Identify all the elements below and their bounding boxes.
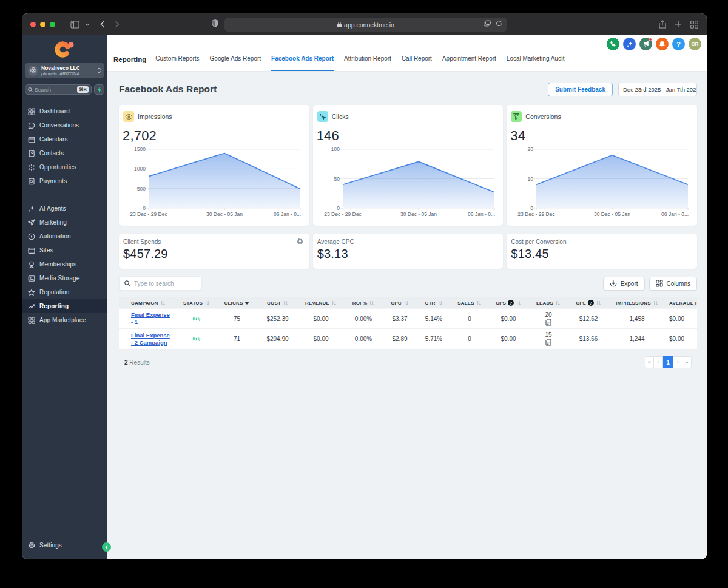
back-icon[interactable] xyxy=(100,21,105,28)
svg-text:50: 50 xyxy=(334,176,340,182)
sidebar-item-payments[interactable]: Payments xyxy=(22,174,107,188)
column-header-cpl[interactable]: CPL? xyxy=(568,297,608,308)
search-icon xyxy=(28,87,33,92)
sidebar-toggle-icon[interactable] xyxy=(70,21,79,29)
conversions-chart: 0102023 Dec - 29 Dec30 Dec - 05 Jan06 Ja… xyxy=(507,145,697,221)
gear-icon[interactable] xyxy=(297,238,303,245)
column-header-avg_revenue[interactable]: AVERAGE REVENUE xyxy=(666,297,697,308)
sidebar-item-app-marketplace[interactable]: App Marketplace xyxy=(22,313,107,327)
notifications-button[interactable] xyxy=(656,38,669,50)
column-header-clicks[interactable]: CLICKS xyxy=(217,297,257,308)
conversations-icon xyxy=(28,122,35,129)
sidebar-collapse-button[interactable] xyxy=(102,542,111,552)
share-icon[interactable] xyxy=(659,20,666,29)
column-header-campaign[interactable]: CAMPAIGN xyxy=(119,297,177,308)
location-switcher[interactable]: Novaliveco LLC phoneix, ARIZONA xyxy=(25,63,104,78)
tab-group-chevron-icon[interactable] xyxy=(85,23,90,26)
column-header-impressions[interactable]: IMPRESSIONS xyxy=(608,297,666,308)
sidebar-item-conversations[interactable]: Conversations xyxy=(22,118,107,132)
ai-sparkles-button[interactable] xyxy=(623,38,636,50)
cell-status xyxy=(177,329,217,349)
prev-page-button[interactable]: ‹ xyxy=(654,356,663,368)
column-header-sales[interactable]: SALES xyxy=(451,297,488,308)
column-header-leads[interactable]: LEADS xyxy=(528,297,568,308)
sidebar-item-reporting[interactable]: Reporting xyxy=(22,299,107,313)
sidebar-item-label: AI Agents xyxy=(39,205,66,212)
quick-actions: ?CR xyxy=(607,38,701,50)
forward-icon[interactable] xyxy=(115,21,120,28)
tab-custom-reports[interactable]: Custom Reports xyxy=(155,55,199,71)
page-copy-icon[interactable] xyxy=(484,20,491,27)
column-header-roi[interactable]: ROI % xyxy=(344,297,383,308)
user-avatar[interactable]: CR xyxy=(689,38,701,50)
dashboard-icon xyxy=(28,108,35,115)
leads-doc-icon xyxy=(545,319,551,326)
column-label: CAMPAIGN xyxy=(131,300,158,306)
column-header-cpc[interactable]: CPC xyxy=(383,297,417,308)
status-active-icon xyxy=(192,316,201,322)
sidebar-item-marketing[interactable]: Marketing xyxy=(22,215,107,229)
sidebar-item-dashboard[interactable]: Dashboard xyxy=(22,104,107,118)
next-page-button[interactable]: › xyxy=(673,356,682,368)
search-icon xyxy=(124,280,130,286)
location-switcher-caret-icon xyxy=(97,67,101,73)
column-header-cost[interactable]: COST xyxy=(257,297,298,308)
zoom-window-button[interactable] xyxy=(50,22,55,27)
column-header-revenue[interactable]: REVENUE xyxy=(298,297,344,308)
address-bar[interactable]: app.connektme.io xyxy=(224,18,507,32)
sidebar-search-input[interactable]: Search ⌘K xyxy=(25,84,92,95)
table-search-input[interactable]: Type to search xyxy=(119,276,202,291)
sidebar-item-sites[interactable]: Sites xyxy=(22,243,107,257)
page-1-button[interactable]: 1 xyxy=(663,356,673,368)
tab-call-report[interactable]: Call Report xyxy=(402,55,432,71)
announcements-button[interactable] xyxy=(639,38,652,50)
campaign-link[interactable]: Final Expense- 1 xyxy=(131,311,170,326)
first-page-button[interactable]: « xyxy=(645,356,654,368)
sidebar-item-ai-agents[interactable]: AI Agents xyxy=(22,201,107,215)
media-storage-icon xyxy=(28,275,35,282)
sidebar-item-automation[interactable]: Automation xyxy=(22,229,107,243)
sidebar-item-calendars[interactable]: Calendars xyxy=(22,132,107,146)
phone-button[interactable] xyxy=(607,38,619,50)
submit-feedback-button[interactable]: Submit Feedback xyxy=(548,83,613,96)
close-window-button[interactable] xyxy=(30,22,36,27)
tab-overview-icon[interactable] xyxy=(690,21,698,29)
sidebar-item-memberships[interactable]: Memberships xyxy=(22,257,107,271)
sidebar-search-placeholder: Search xyxy=(35,87,77,93)
ai-sparkles-icon xyxy=(626,41,633,48)
avatar-initials: CR xyxy=(692,41,699,47)
last-page-button[interactable]: » xyxy=(682,356,692,368)
sidebar-item-settings[interactable]: Settings xyxy=(22,538,107,552)
sidebar-item-opportunities[interactable]: Opportunities xyxy=(22,160,107,174)
tab-attribution-report[interactable]: Attribution Report xyxy=(344,55,391,71)
privacy-shield-icon[interactable] xyxy=(212,19,218,27)
tab-google-ads-report[interactable]: Google Ads Report xyxy=(210,55,261,71)
column-label: CLICKS xyxy=(224,300,243,306)
column-header-status[interactable]: STATUS xyxy=(177,297,217,308)
campaign-link[interactable]: Final Expense- 2 Campaign xyxy=(131,332,170,346)
tab-facebook-ads-report[interactable]: Facebook Ads Report xyxy=(271,55,334,71)
columns-button[interactable]: Columns xyxy=(649,277,697,291)
help-button[interactable]: ? xyxy=(672,38,685,50)
sidebar-item-label: Payments xyxy=(39,178,67,184)
export-button[interactable]: Export xyxy=(603,277,645,291)
quick-actions-bolt-button[interactable] xyxy=(94,84,104,95)
table-row: Final Expense- 2 Campaign71$204.90$0.000… xyxy=(119,329,697,350)
tab-appointment-report[interactable]: Appointment Report xyxy=(442,55,496,71)
reload-icon[interactable] xyxy=(496,20,502,27)
app-logo[interactable] xyxy=(22,35,107,61)
date-range-picker[interactable]: Dec 23rd 2025 - Jan 7th 202 xyxy=(618,83,697,96)
sidebar-item-reputation[interactable]: Reputation xyxy=(22,285,107,299)
new-tab-icon[interactable] xyxy=(675,21,682,28)
mini-card-label: Average CPC xyxy=(317,238,497,245)
info-icon[interactable]: ? xyxy=(588,300,594,306)
sidebar-item-contacts[interactable]: Contacts xyxy=(22,146,107,160)
column-header-ctr[interactable]: CTR xyxy=(417,297,451,308)
main-area: Reporting Custom ReportsGoogle Ads Repor… xyxy=(107,35,707,559)
column-header-cps[interactable]: CPS? xyxy=(488,297,528,308)
minimize-window-button[interactable] xyxy=(40,22,46,27)
column-label: CTR xyxy=(425,300,435,306)
sidebar-item-media-storage[interactable]: Media Storage xyxy=(22,271,107,285)
tab-local-marketing-audit[interactable]: Local Marketing Audit xyxy=(507,55,565,71)
info-icon[interactable]: ? xyxy=(508,300,514,306)
